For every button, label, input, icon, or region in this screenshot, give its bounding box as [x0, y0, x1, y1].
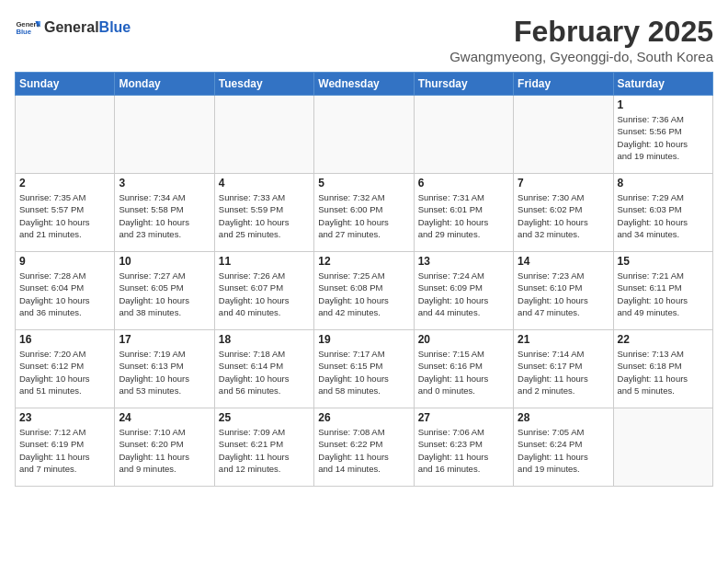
calendar-cell: 23Sunrise: 7:12 AM Sunset: 6:19 PM Dayli… [16, 408, 115, 487]
header: General Blue GeneralBlue February 2025 G… [15, 15, 713, 64]
week-row-2: 2Sunrise: 7:35 AM Sunset: 5:57 PM Daylig… [16, 174, 713, 252]
day-number: 4 [219, 177, 310, 190]
day-info: Sunrise: 7:24 AM Sunset: 6:09 PM Dayligh… [418, 270, 509, 318]
calendar-cell: 14Sunrise: 7:23 AM Sunset: 6:10 PM Dayli… [514, 252, 613, 330]
calendar-cell: 11Sunrise: 7:26 AM Sunset: 6:07 PM Dayli… [214, 252, 313, 330]
calendar-cell: 3Sunrise: 7:34 AM Sunset: 5:58 PM Daylig… [115, 174, 214, 252]
calendar-cell: 5Sunrise: 7:32 AM Sunset: 6:00 PM Daylig… [314, 174, 414, 252]
weekday-header-thursday: Thursday [414, 73, 513, 96]
calendar-cell: 22Sunrise: 7:13 AM Sunset: 6:18 PM Dayli… [613, 330, 712, 408]
calendar-cell: 13Sunrise: 7:24 AM Sunset: 6:09 PM Dayli… [414, 252, 513, 330]
day-info: Sunrise: 7:29 AM Sunset: 6:03 PM Dayligh… [618, 191, 709, 240]
calendar-cell [314, 96, 414, 174]
day-number: 18 [219, 333, 310, 346]
day-number: 22 [618, 333, 709, 346]
calendar-cell [613, 408, 712, 487]
calendar-cell [16, 96, 115, 174]
day-number: 25 [219, 411, 310, 424]
day-number: 28 [518, 411, 609, 424]
day-info: Sunrise: 7:18 AM Sunset: 6:14 PM Dayligh… [219, 348, 310, 396]
day-info: Sunrise: 7:27 AM Sunset: 6:05 PM Dayligh… [119, 270, 210, 318]
day-number: 9 [19, 255, 110, 268]
day-number: 24 [119, 411, 210, 424]
logo-text: GeneralBlue [44, 18, 131, 36]
calendar-table: SundayMondayTuesdayWednesdayThursdayFrid… [15, 72, 713, 487]
calendar-cell: 4Sunrise: 7:33 AM Sunset: 5:59 PM Daylig… [214, 174, 313, 252]
day-info: Sunrise: 7:26 AM Sunset: 6:07 PM Dayligh… [219, 270, 310, 318]
calendar-cell: 24Sunrise: 7:10 AM Sunset: 6:20 PM Dayli… [115, 408, 214, 487]
day-info: Sunrise: 7:25 AM Sunset: 6:08 PM Dayligh… [318, 270, 409, 318]
title-area: February 2025 Gwangmyeong, Gyeonggi-do, … [449, 15, 713, 64]
calendar-cell: 8Sunrise: 7:29 AM Sunset: 6:03 PM Daylig… [613, 174, 712, 252]
day-info: Sunrise: 7:20 AM Sunset: 6:12 PM Dayligh… [19, 348, 110, 396]
calendar-cell [514, 96, 613, 174]
day-number: 21 [518, 333, 609, 346]
day-number: 20 [418, 333, 509, 346]
calendar-cell: 26Sunrise: 7:08 AM Sunset: 6:22 PM Dayli… [314, 408, 414, 487]
day-number: 3 [119, 177, 210, 190]
calendar-cell: 12Sunrise: 7:25 AM Sunset: 6:08 PM Dayli… [314, 252, 414, 330]
day-info: Sunrise: 7:17 AM Sunset: 6:15 PM Dayligh… [318, 348, 409, 396]
day-info: Sunrise: 7:10 AM Sunset: 6:20 PM Dayligh… [119, 426, 210, 475]
calendar-cell: 1Sunrise: 7:36 AM Sunset: 5:56 PM Daylig… [613, 96, 712, 174]
calendar-cell: 10Sunrise: 7:27 AM Sunset: 6:05 PM Dayli… [115, 252, 214, 330]
weekday-header-tuesday: Tuesday [214, 73, 313, 96]
day-number: 5 [318, 177, 409, 190]
day-number: 23 [19, 411, 110, 424]
day-number: 10 [119, 255, 210, 268]
calendar-cell: 18Sunrise: 7:18 AM Sunset: 6:14 PM Dayli… [214, 330, 313, 408]
day-number: 8 [618, 177, 709, 190]
day-info: Sunrise: 7:23 AM Sunset: 6:10 PM Dayligh… [518, 270, 609, 318]
calendar-cell: 28Sunrise: 7:05 AM Sunset: 6:24 PM Dayli… [514, 408, 613, 487]
day-info: Sunrise: 7:08 AM Sunset: 6:22 PM Dayligh… [318, 426, 409, 475]
calendar-cell: 7Sunrise: 7:30 AM Sunset: 6:02 PM Daylig… [514, 174, 613, 252]
calendar-cell: 21Sunrise: 7:14 AM Sunset: 6:17 PM Dayli… [514, 330, 613, 408]
day-info: Sunrise: 7:09 AM Sunset: 6:21 PM Dayligh… [219, 426, 310, 475]
week-row-4: 16Sunrise: 7:20 AM Sunset: 6:12 PM Dayli… [16, 330, 713, 408]
calendar-cell: 15Sunrise: 7:21 AM Sunset: 6:11 PM Dayli… [613, 252, 712, 330]
calendar-cell: 20Sunrise: 7:15 AM Sunset: 6:16 PM Dayli… [414, 330, 513, 408]
svg-text:Blue: Blue [16, 28, 31, 36]
calendar-cell: 19Sunrise: 7:17 AM Sunset: 6:15 PM Dayli… [314, 330, 414, 408]
calendar-cell: 16Sunrise: 7:20 AM Sunset: 6:12 PM Dayli… [16, 330, 115, 408]
day-number: 11 [219, 255, 310, 268]
weekday-header-friday: Friday [514, 73, 613, 96]
week-row-3: 9Sunrise: 7:28 AM Sunset: 6:04 PM Daylig… [16, 252, 713, 330]
calendar-cell: 25Sunrise: 7:09 AM Sunset: 6:21 PM Dayli… [214, 408, 313, 487]
day-number: 26 [318, 411, 409, 424]
day-number: 17 [119, 333, 210, 346]
weekday-header-sunday: Sunday [16, 73, 115, 96]
week-row-1: 1Sunrise: 7:36 AM Sunset: 5:56 PM Daylig… [16, 96, 713, 174]
day-info: Sunrise: 7:13 AM Sunset: 6:18 PM Dayligh… [618, 348, 709, 396]
day-number: 13 [418, 255, 509, 268]
day-number: 1 [618, 98, 709, 111]
day-info: Sunrise: 7:32 AM Sunset: 6:00 PM Dayligh… [318, 191, 409, 240]
day-info: Sunrise: 7:05 AM Sunset: 6:24 PM Dayligh… [518, 426, 609, 475]
day-info: Sunrise: 7:34 AM Sunset: 5:58 PM Dayligh… [119, 191, 210, 240]
weekday-header-saturday: Saturday [613, 73, 712, 96]
calendar-cell [214, 96, 313, 174]
day-number: 19 [318, 333, 409, 346]
day-info: Sunrise: 7:06 AM Sunset: 6:23 PM Dayligh… [418, 426, 509, 475]
logo: General Blue GeneralBlue [15, 15, 131, 40]
day-info: Sunrise: 7:35 AM Sunset: 5:57 PM Dayligh… [19, 191, 110, 240]
day-number: 14 [518, 255, 609, 268]
location-subtitle: Gwangmyeong, Gyeonggi-do, South Korea [449, 49, 713, 64]
day-number: 27 [418, 411, 509, 424]
calendar-cell [414, 96, 513, 174]
logo-icon: General Blue [15, 15, 40, 40]
day-info: Sunrise: 7:19 AM Sunset: 6:13 PM Dayligh… [119, 348, 210, 396]
day-info: Sunrise: 7:30 AM Sunset: 6:02 PM Dayligh… [518, 191, 609, 240]
day-number: 2 [19, 177, 110, 190]
day-info: Sunrise: 7:21 AM Sunset: 6:11 PM Dayligh… [618, 270, 709, 318]
week-row-5: 23Sunrise: 7:12 AM Sunset: 6:19 PM Dayli… [16, 408, 713, 487]
day-info: Sunrise: 7:14 AM Sunset: 6:17 PM Dayligh… [518, 348, 609, 396]
day-number: 15 [618, 255, 709, 268]
day-info: Sunrise: 7:33 AM Sunset: 5:59 PM Dayligh… [219, 191, 310, 240]
day-info: Sunrise: 7:12 AM Sunset: 6:19 PM Dayligh… [19, 426, 110, 475]
day-number: 6 [418, 177, 509, 190]
day-number: 7 [518, 177, 609, 190]
day-info: Sunrise: 7:28 AM Sunset: 6:04 PM Dayligh… [19, 270, 110, 318]
calendar-cell: 17Sunrise: 7:19 AM Sunset: 6:13 PM Dayli… [115, 330, 214, 408]
weekday-header-wednesday: Wednesday [314, 73, 414, 96]
